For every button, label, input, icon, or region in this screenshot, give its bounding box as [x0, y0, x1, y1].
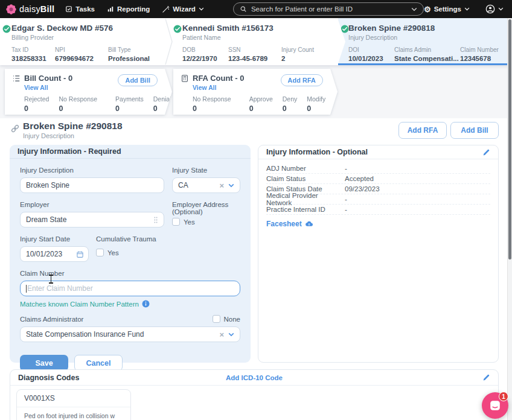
nav-tasks[interactable]: Tasks — [65, 5, 95, 13]
optional-panel-title: Injury Information - Optional — [266, 145, 368, 159]
chat-notification-badge: 1 — [499, 392, 508, 401]
injury-start-date-label: Injury Start Date — [20, 235, 89, 243]
stat-value: 0 — [249, 104, 273, 113]
daisy-flower-icon — [6, 4, 16, 14]
cumulative-trauma-label: Cumulative Trauma — [96, 235, 156, 243]
row-value: - — [345, 206, 347, 213]
field-label: DOI — [348, 46, 386, 53]
page-subtitle: Injury Description — [23, 132, 74, 139]
stat-value: 0 — [59, 104, 97, 113]
add-bill-pill-button[interactable]: Add Bill — [118, 74, 158, 86]
count-band: Bill Count - 0 View All Add Bill Rejecte… — [0, 65, 512, 118]
chevron-down-icon[interactable] — [411, 7, 417, 11]
stat-label: Approve — [249, 95, 273, 103]
claim-number-input[interactable]: Enter Claim Number — [20, 281, 240, 296]
stat-value: 0 — [115, 104, 144, 113]
search-icon — [240, 5, 247, 13]
nav-wizard[interactable]: Wizard — [162, 5, 204, 13]
context-patient[interactable]: Kennedi Smith #156173 Patient Name DOB12… — [171, 18, 338, 65]
add-bill-button[interactable]: Add Bill — [450, 122, 499, 139]
add-rfa-pill-button[interactable]: Add RFA — [281, 74, 323, 86]
stat-label: Payments — [115, 95, 144, 103]
context-bar: Edgar S. Deckow MD #576 Billing Provider… — [0, 18, 512, 65]
field-handle-icon — [153, 216, 158, 224]
section-separator — [164, 18, 174, 65]
row-value: Accepted — [345, 175, 374, 182]
stat-label: Modify — [307, 95, 325, 103]
injury-optional-panel: Injury Information - Optional ADJ Number… — [258, 145, 499, 363]
row-value: 09/23/2023 — [345, 185, 380, 192]
check-circle-icon — [2, 25, 11, 33]
injury-subtitle: Injury Description — [348, 34, 512, 41]
injury-state-label: Injury State — [172, 167, 240, 174]
injury-title: Broken Spine #290818 — [348, 24, 512, 33]
field-label: NPI — [55, 46, 100, 53]
injury-state-select[interactable]: CA × — [172, 177, 240, 193]
optional-row: Medical Provider Network- — [266, 194, 490, 205]
injury-start-date-input[interactable]: 10/01/2023 — [20, 246, 89, 262]
injury-description-input[interactable]: Broken Spine — [20, 177, 164, 193]
link-icon — [10, 124, 20, 133]
cumulative-trauma-checkbox-label: Yes — [107, 249, 119, 256]
scrollbar-track[interactable] — [507, 18, 512, 420]
facesheet-link[interactable]: Facesheet — [266, 220, 490, 228]
employer-input[interactable]: Dream State — [20, 212, 164, 228]
claims-admin-select[interactable]: State Compensation Insurance Fund × — [20, 326, 240, 342]
context-billing-provider[interactable]: Edgar S. Deckow MD #576 Billing Provider… — [0, 18, 171, 65]
page-title: Broken Spine #290818 — [23, 121, 123, 132]
calendar-icon[interactable] — [76, 250, 84, 258]
add-icd10-link[interactable]: Add ICD-10 Code — [10, 374, 498, 381]
diagnosis-code-card[interactable]: V0001XS Ped on foot injured in collision… — [16, 389, 131, 420]
field-label: Claim Number — [460, 46, 499, 53]
save-button[interactable]: Save — [20, 355, 68, 371]
diagnosis-panel: Diagnosis Codes Add ICD-10 Code V0001XS … — [10, 369, 499, 420]
stat-label: No Response — [59, 95, 97, 103]
pencil-icon — [482, 148, 490, 156]
clear-icon[interactable]: × — [219, 330, 228, 339]
row-value: - — [345, 196, 347, 203]
text-caret — [26, 285, 27, 293]
injury-required-panel: Injury Information - Required Injury Des… — [10, 145, 251, 363]
tasks-icon — [65, 5, 72, 13]
page-header: Broken Spine #290818 Injury Description … — [0, 118, 512, 145]
gear-icon: ⚙ — [424, 5, 431, 13]
edit-diagnosis-button[interactable] — [482, 374, 490, 381]
claims-admin-none-checkbox[interactable] — [213, 315, 220, 323]
field-value: 12/22/1970 — [182, 55, 220, 62]
patient-title: Kennedi Smith #156173 — [182, 24, 338, 33]
chevron-down-icon[interactable] — [228, 183, 234, 188]
optional-row: ADJ Number- — [266, 164, 490, 174]
stat-label: No Response — [193, 95, 231, 103]
add-rfa-button[interactable]: Add RFA — [398, 122, 447, 139]
row-label: Claim Status — [266, 175, 345, 182]
nav-settings[interactable]: ⚙ Settings — [424, 5, 470, 13]
field-value: 123-45-6789 — [228, 55, 273, 62]
search-bar[interactable]: Search for Patient or enter Bill ID — [233, 2, 424, 16]
daisybill-logo[interactable]: daisyBill — [6, 4, 54, 14]
context-injury[interactable]: Broken Spine #290818 Injury Description … — [338, 18, 512, 65]
row-label: Practice Internal ID — [266, 206, 345, 213]
edit-optional-button[interactable] — [482, 148, 490, 156]
patient-subtitle: Patient Name — [182, 34, 338, 41]
field-label: Claims Admin — [394, 46, 452, 53]
claim-number-label: Claim Number — [20, 270, 240, 277]
stat-value: 0 — [153, 104, 174, 113]
cumulative-trauma-checkbox[interactable] — [96, 249, 104, 256]
scrollbar-thumb[interactable] — [508, 19, 511, 259]
field-label: SSN — [228, 46, 273, 53]
nav-account[interactable] — [485, 4, 504, 14]
claim-number-pattern-hint[interactable]: Matches known Claim Number Pattern — [20, 300, 240, 308]
stat-value: 0 — [193, 104, 231, 113]
stat-label: Deny — [283, 95, 298, 103]
clear-icon[interactable]: × — [219, 181, 228, 190]
nav-reporting[interactable]: Reporting — [107, 5, 150, 13]
employer-address-checkbox[interactable] — [172, 218, 180, 226]
chevron-down-icon — [464, 7, 470, 11]
chevron-down-icon[interactable] — [228, 332, 234, 337]
info-icon[interactable] — [142, 300, 150, 308]
cancel-button[interactable]: Cancel — [74, 355, 123, 371]
stat-value: 0 — [307, 104, 325, 113]
injury-description-label: Injury Description — [20, 167, 164, 174]
employer-address-label: Employer Address (Optional) — [172, 201, 240, 215]
stat-label: Denials — [153, 95, 174, 103]
